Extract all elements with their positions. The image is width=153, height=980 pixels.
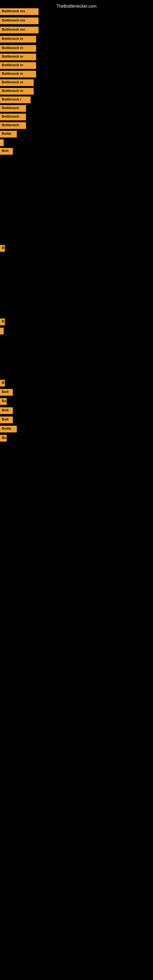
bottleneck-label-14[interactable]: Bottleneck: [0, 122, 26, 129]
bottleneck-label-5[interactable]: Bottleneck re: [0, 45, 36, 52]
bottleneck-label-19[interactable]: B: [0, 318, 5, 325]
bottleneck-label-27[interactable]: Bo: [0, 435, 7, 442]
bottleneck-label-10[interactable]: Bottleneck re: [0, 88, 33, 95]
bottleneck-label-20[interactable]: [0, 328, 4, 334]
bottleneck-label-6[interactable]: Bottleneck re: [0, 54, 36, 60]
bottleneck-label-26[interactable]: Bottle: [0, 426, 17, 433]
bottleneck-label-3[interactable]: Bottleneck res: [0, 27, 38, 33]
bottleneck-label-4[interactable]: Bottleneck re: [0, 36, 36, 43]
bottleneck-label-18[interactable]: B: [0, 245, 5, 252]
bottleneck-label-15[interactable]: Bottle: [0, 131, 17, 137]
bottleneck-label-2[interactable]: Bottleneck res: [0, 18, 38, 24]
bottleneck-label-24[interactable]: Bott: [0, 407, 13, 414]
bottleneck-label-22[interactable]: Bott: [0, 389, 13, 396]
bottleneck-label-7[interactable]: Bottleneck re: [0, 62, 36, 69]
bottleneck-label-8[interactable]: Bottleneck re: [0, 71, 36, 78]
bottleneck-label-21[interactable]: B: [0, 380, 5, 387]
bottleneck-label-25[interactable]: Bott: [0, 417, 13, 423]
bottleneck-label-1[interactable]: Bottleneck res: [0, 8, 38, 15]
bottleneck-label-17[interactable]: Bott: [0, 148, 13, 155]
bottleneck-label-13[interactable]: Bottleneck: [0, 114, 26, 120]
bottleneck-label-12[interactable]: Bottleneck: [0, 105, 26, 112]
bottleneck-label-16[interactable]: [0, 139, 4, 146]
bottleneck-label-9[interactable]: Bottleneck re: [0, 79, 33, 86]
bottleneck-label-23[interactable]: Bo: [0, 398, 7, 405]
bottleneck-label-11[interactable]: Bottleneck r: [0, 97, 30, 103]
